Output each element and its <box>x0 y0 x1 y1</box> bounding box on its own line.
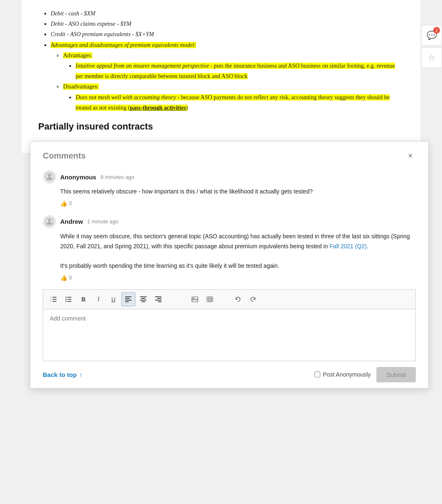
svg-point-0 <box>48 174 51 177</box>
chat-button[interactable]: 💬 2 <box>421 25 442 46</box>
star-button[interactable]: ☆ <box>421 47 442 68</box>
unordered-list-button[interactable] <box>61 292 76 306</box>
redo-button[interactable] <box>246 292 260 306</box>
like-count: 0 <box>69 200 72 206</box>
comment-meta: Anonymous 8 minutes ago <box>43 170 416 183</box>
avatar <box>43 170 56 183</box>
svg-text:3: 3 <box>50 300 52 302</box>
svg-rect-30 <box>207 297 213 302</box>
bold-button[interactable]: B <box>76 292 91 306</box>
svg-point-14 <box>66 298 67 300</box>
svg-rect-6 <box>52 301 56 302</box>
svg-rect-19 <box>125 301 129 302</box>
back-to-top-link[interactable]: Back to top ↑ <box>43 371 82 378</box>
advantages-sub: Advantages: Intuitive appeal from an ins… <box>63 50 404 82</box>
svg-point-13 <box>66 296 67 298</box>
svg-point-2 <box>48 219 51 222</box>
footer-right: Post Anonymously Submit <box>314 367 416 382</box>
chat-badge: 2 <box>433 27 440 34</box>
comment-text: While it may seem obscure, this section'… <box>60 232 416 271</box>
svg-rect-20 <box>140 296 147 297</box>
modal-title: Comments <box>43 151 86 161</box>
svg-rect-27 <box>158 301 162 302</box>
avatar <box>43 215 56 228</box>
align-left-button[interactable] <box>121 292 135 306</box>
comments-modal: Comments × Anonymous 8 minutes ago <box>30 141 429 389</box>
svg-rect-12 <box>67 301 71 302</box>
modal-overlay: Comments × Anonymous 8 minutes ago <box>17 141 442 504</box>
svg-rect-11 <box>67 299 71 300</box>
star-icon: ☆ <box>428 53 435 63</box>
svg-rect-5 <box>52 299 56 300</box>
submit-button[interactable]: Submit <box>376 367 416 382</box>
svg-rect-26 <box>155 300 162 301</box>
editor-wrapper: 123 B I U <box>30 289 428 361</box>
svg-rect-22 <box>140 300 147 301</box>
advantages-italic: Intuitive appeal from an insurer managem… <box>76 63 209 69</box>
like-count: 0 <box>69 274 72 281</box>
svg-rect-17 <box>125 298 130 299</box>
comment-time: 8 minutes ago <box>101 174 135 180</box>
underline-button[interactable]: U <box>106 292 120 306</box>
bullet-3: Credit - ASO premium equivalents - $X+YM <box>51 29 404 39</box>
comment-like: 👍 0 <box>60 274 416 281</box>
comment-meta: Andrew 1 minute ago <box>43 215 416 228</box>
like-button[interactable]: 👍 <box>60 200 67 207</box>
bullet-2: Debit - ASO claims expense - $YM <box>51 19 404 29</box>
advantages-item: Advantages and disadvantages of premium … <box>51 40 404 113</box>
align-center-button[interactable] <box>136 292 150 306</box>
pass-through-label: pass-through activities <box>130 105 186 111</box>
anonymous-text: Post Anonymously <box>323 371 371 378</box>
svg-rect-10 <box>67 297 71 298</box>
anonymous-checkbox[interactable] <box>314 372 320 377</box>
svg-rect-21 <box>141 298 146 299</box>
bullet-1: Debit - cash - $XM <box>51 8 404 19</box>
disadvantages-sub: Disadvantages: Does not mesh well with a… <box>63 81 404 113</box>
sidebar-icons: 💬 2 ☆ <box>421 25 442 68</box>
image-button[interactable] <box>188 292 202 306</box>
svg-rect-23 <box>142 301 145 302</box>
editor-toolbar: 123 B I U <box>43 289 416 309</box>
disadvantages-italic: Does not mesh well with accounting theor… <box>76 94 176 100</box>
comment-time: 1 minute ago <box>87 218 118 225</box>
comment-text: This seems relatively obscure - how impo… <box>60 187 416 197</box>
background-content: Debit - cash - $XM Debit - ASO claims ex… <box>22 0 420 153</box>
align-right-button[interactable] <box>151 292 165 306</box>
svg-rect-4 <box>52 297 56 298</box>
table-button[interactable] <box>203 292 217 306</box>
anonymous-label[interactable]: Post Anonymously <box>314 371 371 378</box>
comment-link[interactable]: Fall 2021 (Q2) <box>329 243 366 250</box>
disadvantages-close: ) <box>186 105 188 111</box>
ordered-list-button[interactable]: 123 <box>47 292 61 306</box>
disadvantages-detail: Does not mesh well with accounting theor… <box>76 92 404 113</box>
svg-rect-16 <box>125 296 132 297</box>
comment-like: 👍 0 <box>60 200 416 207</box>
close-button[interactable]: × <box>405 150 416 162</box>
section-heading: Partially insured contracts <box>38 121 404 132</box>
comment-author: Andrew <box>60 218 83 225</box>
undo-button[interactable] <box>231 292 245 306</box>
advantages-detail: Intuitive appeal from an insurer managem… <box>76 61 404 81</box>
like-button[interactable]: 👍 <box>60 274 67 281</box>
svg-rect-25 <box>157 298 162 299</box>
svg-rect-18 <box>125 300 132 301</box>
modal-header: Comments × <box>30 142 428 166</box>
back-to-top-text: Back to top <box>43 371 77 378</box>
advantages-label: Advantages and disadvantages of premium … <box>51 42 196 48</box>
svg-rect-24 <box>155 296 162 297</box>
comment-input[interactable] <box>43 309 415 359</box>
back-arrow-icon: ↑ <box>79 371 83 378</box>
comment-item: Anonymous 8 minutes ago This seems relat… <box>43 170 416 207</box>
modal-footer: Back to top ↑ Post Anonymously Submit <box>30 361 428 388</box>
svg-point-15 <box>66 301 67 302</box>
comment-author: Anonymous <box>60 174 96 181</box>
italic-button[interactable]: I <box>91 292 106 306</box>
editor-container <box>43 309 416 361</box>
comments-body: Anonymous 8 minutes ago This seems relat… <box>30 166 428 281</box>
comment-item: Andrew 1 minute ago While it may seem ob… <box>43 215 416 281</box>
